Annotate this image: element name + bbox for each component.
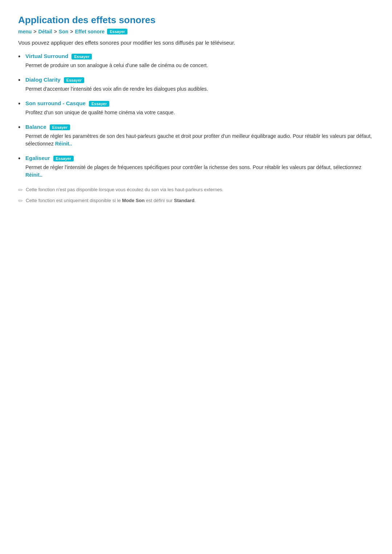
- feature-title-egaliseur: Egaliseur: [25, 155, 50, 161]
- feature-desc-virtual-surround: Permet de produire un son analogue à cel…: [25, 62, 374, 69]
- note-text-2: Cette fonction est uniquement disponible…: [26, 197, 196, 204]
- note-text-1: Cette fonction n'est pas disponible lors…: [26, 186, 223, 193]
- essayer-badge-son-surround[interactable]: Essayer: [89, 101, 109, 107]
- feature-egaliseur: Egaliseur Essayer Permet de régler l'int…: [18, 155, 374, 179]
- note-text-2-before: Cette fonction est uniquement disponible…: [26, 198, 122, 203]
- feature-title-balance: Balance: [25, 124, 46, 130]
- breadcrumb: menu > Détail > Son > Effet sonore Essay…: [18, 29, 374, 34]
- note-item-2: ✏ Cette fonction est uniquement disponib…: [18, 197, 374, 204]
- breadcrumb-menu[interactable]: menu: [18, 29, 32, 34]
- essayer-badge-egaliseur[interactable]: Essayer: [53, 156, 74, 161]
- breadcrumb-effet: Effet sonore: [75, 29, 105, 34]
- breadcrumb-sep-2: >: [54, 29, 57, 34]
- feature-desc-balance: Permet de régler les paramètres de son d…: [25, 132, 374, 148]
- feature-desc-son-surround: Profitez d'un son unique de qualité home…: [25, 109, 374, 116]
- breadcrumb-detail[interactable]: Détail: [38, 29, 52, 34]
- pencil-icon-1: ✏: [18, 186, 23, 193]
- reinit-link-balance[interactable]: Réinit..: [55, 141, 72, 147]
- feature-desc-balance-text: Permet de régler les paramètres de son d…: [25, 133, 372, 147]
- feature-son-surround: Son surround - Casque Essayer Profitez d…: [18, 100, 374, 116]
- note-text-2-middle: est défini sur: [144, 198, 174, 203]
- note-item-1: ✏ Cette fonction n'est pas disponible lo…: [18, 186, 374, 193]
- breadcrumb-son[interactable]: Son: [59, 29, 68, 34]
- feature-title-son-surround: Son surround - Casque: [25, 100, 86, 106]
- feature-desc-dialog-clarity: Permet d'accentuer l'intensité des voix …: [25, 85, 374, 93]
- breadcrumb-sep-3: >: [70, 29, 73, 34]
- essayer-badge-virtual-surround[interactable]: Essayer: [72, 54, 92, 59]
- feature-dialog-clarity: Dialog Clarity Essayer Permet d'accentue…: [18, 77, 374, 93]
- feature-title-dialog-clarity: Dialog Clarity: [25, 77, 61, 83]
- reinit-link-egaliseur[interactable]: Réinit..: [25, 172, 42, 178]
- note-text-2-after: .: [195, 198, 196, 203]
- intro-text: Vous pouvez appliquer des effets sonores…: [18, 40, 374, 46]
- feature-desc-egaliseur-text: Permet de régler l'intensité de plages d…: [25, 164, 362, 170]
- note-standard: Standard: [174, 198, 194, 203]
- pencil-icon-2: ✏: [18, 197, 23, 204]
- essayer-badge-dialog-clarity[interactable]: Essayer: [64, 77, 84, 83]
- page-title: Application des effets sonores: [18, 15, 374, 26]
- note-mode-son: Mode Son: [122, 198, 144, 203]
- feature-desc-egaliseur: Permet de régler l'intensité de plages d…: [25, 164, 374, 179]
- notes-section: ✏ Cette fonction n'est pas disponible lo…: [18, 186, 374, 204]
- feature-title-virtual-surround: Virtual Surround: [25, 53, 68, 59]
- breadcrumb-essayer-badge[interactable]: Essayer: [107, 29, 127, 34]
- feature-balance: Balance Essayer Permet de régler les par…: [18, 124, 374, 148]
- essayer-badge-balance[interactable]: Essayer: [50, 124, 70, 130]
- feature-virtual-surround: Virtual Surround Essayer Permet de produ…: [18, 53, 374, 69]
- breadcrumb-sep-1: >: [33, 29, 36, 34]
- features-list: Virtual Surround Essayer Permet de produ…: [18, 53, 374, 179]
